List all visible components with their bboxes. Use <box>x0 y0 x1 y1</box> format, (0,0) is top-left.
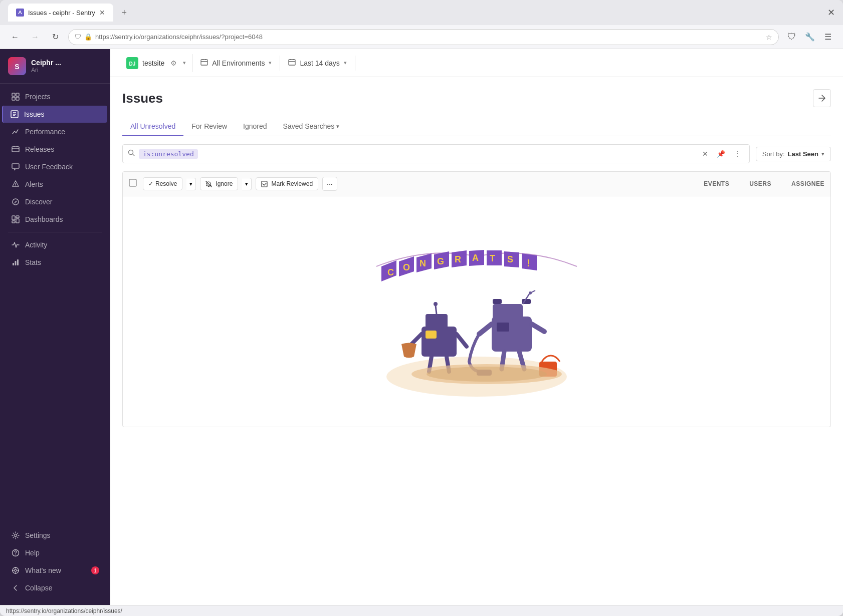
column-headers: EVENTS USERS ASSIGNEE <box>704 180 824 187</box>
sidebar-item-discover[interactable]: Discover <box>3 193 107 210</box>
svg-rect-15 <box>15 261 17 265</box>
search-box[interactable]: is:unresolved ✕ 📌 ⋮ <box>122 144 750 163</box>
sidebar-nav: Projects Issues Performance <box>0 84 110 522</box>
ignore-dropdown-button[interactable]: ▾ <box>242 178 252 190</box>
stats-icon <box>11 258 20 267</box>
sidebar-label-performance: Performance <box>25 128 65 136</box>
svg-rect-3 <box>12 93 15 96</box>
tab-all-unresolved[interactable]: All Unresolved <box>122 117 183 136</box>
sidebar-item-dashboards[interactable]: Dashboards <box>3 211 107 228</box>
sidebar-item-issues[interactable]: Issues <box>2 106 107 123</box>
wrench-icon[interactable]: 🔧 <box>803 30 817 44</box>
browser-tab[interactable]: Issues - ceiphr - Sentry ✕ <box>8 4 113 22</box>
issues-table-header: ✓ ✓ Resolve Resolve ▾ Ignore ▾ Mark Re <box>123 172 830 196</box>
saved-searches-chevron-icon: ▾ <box>336 123 339 130</box>
sort-chevron-icon: ▾ <box>821 151 824 157</box>
sidebar-label-discover: Discover <box>25 198 52 206</box>
search-query-tag: is:unresolved <box>139 149 198 159</box>
sidebar-label-settings: Settings <box>25 531 51 539</box>
resolve-button[interactable]: ✓ ✓ Resolve Resolve <box>143 177 182 190</box>
tab-for-review[interactable]: For Review <box>183 117 235 136</box>
svg-rect-11 <box>16 216 19 218</box>
mark-reviewed-button[interactable]: Mark Reviewed <box>256 177 318 190</box>
org-user: Ari <box>31 67 61 74</box>
svg-point-75 <box>427 367 547 382</box>
project-selector[interactable]: DJ testsite ⚙ ▾ <box>120 54 192 72</box>
browser-toolbar-icons: 🛡 🔧 ☰ <box>785 30 835 44</box>
sidebar-item-activity[interactable]: Activity <box>3 236 107 253</box>
svg-line-55 <box>457 334 467 347</box>
sidebar-item-help[interactable]: Help <box>3 544 107 561</box>
project-name: testsite <box>142 59 164 67</box>
sidebar-label-stats: Stats <box>25 258 41 266</box>
resolve-checkmark-icon: ✓ <box>148 180 153 187</box>
back-button[interactable]: ← <box>8 30 22 44</box>
svg-text:G: G <box>437 256 444 266</box>
time-selector[interactable]: Last 14 days ▾ <box>280 56 355 71</box>
sidebar-label-releases: Releases <box>25 145 54 153</box>
sidebar-item-projects[interactable]: Projects <box>3 88 107 105</box>
sidebar-item-whats-new[interactable]: What's new 1 <box>3 562 107 579</box>
search-more-button[interactable]: ⋮ <box>730 147 744 161</box>
sidebar-item-settings[interactable]: Settings <box>3 527 107 544</box>
collapse-icon <box>11 583 20 592</box>
issues-icon <box>10 110 19 119</box>
org-info: Ceiphr ... Ari <box>31 59 61 74</box>
sidebar-item-user-feedback[interactable]: User Feedback <box>3 158 107 175</box>
events-column-header: EVENTS <box>704 180 729 187</box>
svg-rect-8 <box>12 147 19 152</box>
svg-rect-61 <box>493 304 523 320</box>
search-pin-button[interactable]: 📌 <box>714 147 728 161</box>
tab-title: Issues - ceiphr - Sentry <box>28 9 95 17</box>
sidebar-item-alerts[interactable]: Alerts <box>3 176 107 193</box>
page-header: Issues <box>122 89 831 107</box>
window-close-button[interactable]: ✕ <box>827 7 835 18</box>
ignore-button[interactable]: Ignore <box>200 177 238 190</box>
reload-button[interactable]: ↻ <box>48 30 62 44</box>
svg-point-20 <box>15 569 17 571</box>
svg-line-69 <box>532 324 544 332</box>
tab-ignored[interactable]: Ignored <box>235 117 275 136</box>
tab-favicon <box>16 9 24 17</box>
releases-icon <box>11 145 20 154</box>
address-bar[interactable]: 🛡 🔒 https://sentry.io/organizations/ceip… <box>68 29 779 45</box>
svg-line-52 <box>436 305 437 314</box>
sidebar-label-activity: Activity <box>25 241 47 249</box>
forward-button[interactable]: → <box>28 30 42 44</box>
sidebar-item-releases[interactable]: Releases <box>3 141 107 158</box>
env-selector[interactable]: All Environments ▾ <box>192 56 280 71</box>
user-feedback-icon <box>11 162 20 171</box>
more-actions-button[interactable]: ··· <box>322 177 337 191</box>
bookmark-icon[interactable]: ☆ <box>766 33 772 41</box>
resolve-dropdown-button[interactable]: ▾ <box>186 178 196 190</box>
header-action-button[interactable] <box>813 89 831 107</box>
browser-toolbar: ← → ↻ 🛡 🔒 https://sentry.io/organization… <box>0 25 843 49</box>
tab-close-button[interactable]: ✕ <box>99 9 105 17</box>
time-chevron-icon: ▾ <box>344 60 347 66</box>
hamburger-menu-icon[interactable]: ☰ <box>821 30 835 44</box>
sidebar-label-dashboards: Dashboards <box>25 215 63 223</box>
sidebar-item-stats[interactable]: Stats <box>3 254 107 271</box>
org-header[interactable]: S Ceiphr ... Ari <box>0 49 110 84</box>
page-title: Issues <box>122 91 163 106</box>
help-icon <box>11 548 20 557</box>
svg-line-68 <box>479 324 492 334</box>
sort-value: Last Seen <box>788 150 818 158</box>
activity-icon <box>11 240 20 249</box>
svg-rect-58 <box>492 317 532 352</box>
tab-saved-searches[interactable]: Saved Searches ▾ <box>275 117 348 136</box>
new-tab-button[interactable]: + <box>117 6 131 20</box>
sort-selector[interactable]: Sort by: Last Seen ▾ <box>756 147 831 161</box>
project-settings-icon[interactable]: ⚙ <box>170 59 177 67</box>
project-icon: DJ <box>126 57 138 69</box>
congrats-illustration: C O N G <box>351 216 602 407</box>
svg-text:T: T <box>490 253 495 263</box>
select-all-checkbox[interactable] <box>129 179 139 189</box>
search-clear-button[interactable]: ✕ <box>698 147 712 161</box>
firefox-shield-icon[interactable]: 🛡 <box>785 30 799 44</box>
project-chevron-icon: ▾ <box>183 60 186 66</box>
sidebar-item-collapse[interactable]: Collapse <box>3 579 107 596</box>
sidebar-item-performance[interactable]: Performance <box>3 123 107 140</box>
time-label: Last 14 days <box>300 59 339 67</box>
sidebar-label-help: Help <box>25 549 40 557</box>
